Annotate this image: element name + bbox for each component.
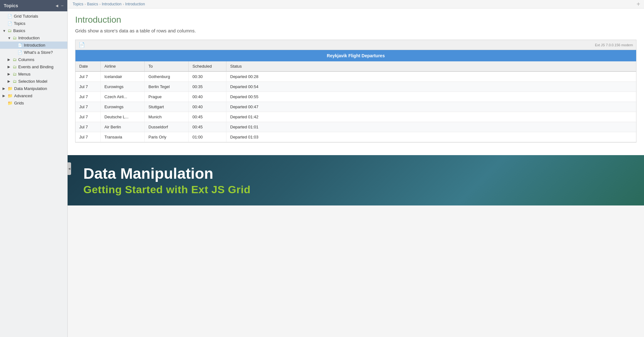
grid-cell: Air Berlin: [101, 122, 145, 132]
folder-closed-icon: 🗂: [13, 57, 17, 62]
table-row[interactable]: Jul 7Deutsche L...Munich00:45Departed 01…: [75, 112, 636, 122]
sidebar-item-columns[interactable]: ▶ 🗂 Columns: [0, 56, 67, 63]
breadcrumb-sep-2: ›: [99, 2, 101, 6]
expand-icon: ▶: [3, 94, 8, 98]
sidebar-item-advanced[interactable]: ▶ 📁 Advanced: [0, 92, 67, 99]
col-header-status: Status: [226, 61, 636, 71]
overlay-banner: Data Manipulation Getting Started with E…: [68, 155, 644, 205]
sidebar: Topics ◄ − 📄 Grid Tutorials 📄 Topics: [0, 0, 68, 337]
sidebar-item-introduction-file[interactable]: 📄 Introduction: [0, 42, 67, 49]
flight-grid: Reykjavik Flight Departures Date Airline…: [75, 50, 636, 142]
grid-cell: Jul 7: [75, 122, 101, 132]
expand-icon-basics: ▼: [3, 29, 8, 33]
sidebar-item-introduction-folder[interactable]: ▼ 🗂 Introduction: [0, 34, 67, 42]
grid-cell: 00:45: [189, 112, 226, 122]
breadcrumb-sep-3: ›: [123, 2, 124, 6]
grid-cell: Dusseldorf: [145, 122, 189, 132]
sidebar-item-topics[interactable]: 📄 Topics: [0, 20, 67, 27]
expand-icon: ▶: [8, 72, 13, 76]
grid-cell: Eurowings: [101, 82, 145, 92]
file-icon: 📄: [18, 50, 22, 55]
demo-version-label: Ext JS 7.0.0.156 modern: [595, 43, 633, 47]
expand-icon-intro: ▼: [8, 36, 13, 40]
table-row[interactable]: Jul 7Air BerlinDusseldorf00:45Departed 0…: [75, 122, 636, 132]
grid-cell: Departed 01:01: [226, 122, 636, 132]
sidebar-item-label: Menus: [18, 72, 31, 76]
folder-open-icon: 🗂: [8, 28, 12, 33]
table-row[interactable]: Jul 7Czech Airli...Prague00:40Departed 0…: [75, 92, 636, 102]
sidebar-item-grids[interactable]: 📁 Grids: [0, 99, 67, 107]
grid-title: Reykjavik Flight Departures: [75, 50, 636, 61]
table-row[interactable]: Jul 7EurowingsStuttgart00:40Departed 00:…: [75, 102, 636, 112]
overlay-title: Data Manipulation: [83, 165, 628, 182]
sidebar-item-label: Topics: [14, 21, 25, 26]
top-right-icon[interactable]: +: [636, 1, 640, 8]
sidebar-collapse-tab[interactable]: ◀: [67, 162, 71, 175]
page-subtitle: Grids show a store's data as a table of …: [75, 28, 636, 33]
col-header-airline: Airline: [101, 61, 145, 71]
breadcrumb-sep-1: ›: [85, 2, 86, 6]
grid-cell: Departed 00:54: [226, 82, 636, 92]
expand-icon: ▶: [3, 87, 8, 91]
folder-icon: 📁: [8, 93, 13, 98]
demo-toolbar-icon[interactable]: 📄: [79, 42, 85, 48]
grid-cell: Deutsche L...: [101, 112, 145, 122]
col-header-date: Date: [75, 61, 101, 71]
folder-open-icon: 🗂: [13, 36, 17, 40]
grid-column-headers: Date Airline To Scheduled Status: [75, 61, 636, 72]
folder-icon: 🗂: [13, 79, 17, 84]
grid-cell: Departed 00:55: [226, 92, 636, 102]
grid-cell: 01:00: [189, 132, 226, 142]
grid-cell: Gothenburg: [145, 72, 189, 81]
content-area: Introduction Grids show a store's data a…: [68, 8, 644, 155]
sidebar-item-selection-model[interactable]: ▶ 🗂 Selection Model: [0, 78, 67, 85]
main-content: Topics › Basics › Introduction › Introdu…: [68, 0, 644, 337]
breadcrumb-basics[interactable]: Basics: [87, 2, 98, 6]
sidebar-item-label: Introduction: [24, 43, 45, 48]
sidebar-item-label: Basics: [13, 28, 25, 33]
grid-cell: Munich: [145, 112, 189, 122]
sidebar-title: Topics: [4, 3, 18, 8]
breadcrumb-introduction[interactable]: Introduction: [102, 2, 122, 6]
sidebar-item-events-binding[interactable]: ▶ 🗂 Events and Binding: [0, 63, 67, 70]
expand-icon: ▶: [8, 65, 13, 69]
grid-cell: Prague: [145, 92, 189, 102]
folder-icon: 🗂: [13, 65, 17, 69]
grid-cell: 00:40: [189, 92, 226, 102]
sidebar-item-label: Introduction: [18, 36, 40, 40]
sidebar-collapse-button[interactable]: ◄: [55, 3, 59, 8]
table-row[interactable]: Jul 7TransaviaParis Orly01:00Departed 01…: [75, 132, 636, 142]
sidebar-item-whats-a-store[interactable]: 📄 What's a Store?: [0, 49, 67, 56]
grid-cell: Jul 7: [75, 72, 101, 81]
grid-cell: Departed 01:03: [226, 132, 636, 142]
file-icon: 📄: [8, 14, 12, 19]
sidebar-minus-button[interactable]: −: [61, 3, 64, 8]
breadcrumb-topics[interactable]: Topics: [73, 2, 83, 6]
grid-cell: Stuttgart: [145, 102, 189, 112]
col-header-scheduled: Scheduled: [189, 61, 226, 71]
sidebar-item-label: What's a Store?: [24, 50, 53, 55]
sidebar-item-data-manipulation[interactable]: ▶ 📁 Data Manipulation: [0, 85, 67, 92]
sidebar-item-menus[interactable]: ▶ 🗂 Menus: [0, 70, 67, 78]
grid-cell: Jul 7: [75, 132, 101, 142]
sidebar-item-label: Grid Tutorials: [14, 14, 38, 19]
sidebar-item-basics[interactable]: ▼ 🗂 Basics: [0, 27, 67, 34]
grid-cell: 00:45: [189, 122, 226, 132]
page-title: Introduction: [75, 15, 636, 25]
sidebar-item-grid-tutorials[interactable]: 📄 Grid Tutorials: [0, 13, 67, 20]
grid-cell: 00:30: [189, 72, 226, 81]
table-row[interactable]: Jul 7IcelandairGothenburg00:30Departed 0…: [75, 72, 636, 82]
grid-cell: Icelandair: [101, 72, 145, 81]
sidebar-item-label: Data Manipulation: [14, 86, 47, 91]
folder-icon: 🗂: [13, 72, 17, 76]
grid-cell: Jul 7: [75, 102, 101, 112]
file-icon: 📄: [8, 21, 12, 26]
sidebar-item-label: Advanced: [14, 93, 32, 98]
breadcrumb: Topics › Basics › Introduction › Introdu…: [68, 0, 644, 8]
file-icon: 📄: [18, 43, 22, 48]
sidebar-tree: 📄 Grid Tutorials 📄 Topics ▼ 🗂 Basics ▼: [0, 11, 67, 337]
overlay-subtitle: Getting Started with Ext JS Grid: [83, 183, 628, 196]
breadcrumb-introduction-2[interactable]: Introduction: [125, 2, 145, 6]
table-row[interactable]: Jul 7EurowingsBerlin Tegel00:35Departed …: [75, 82, 636, 92]
demo-container: 📄 Ext JS 7.0.0.156 modern Reykjavik Flig…: [75, 40, 636, 143]
